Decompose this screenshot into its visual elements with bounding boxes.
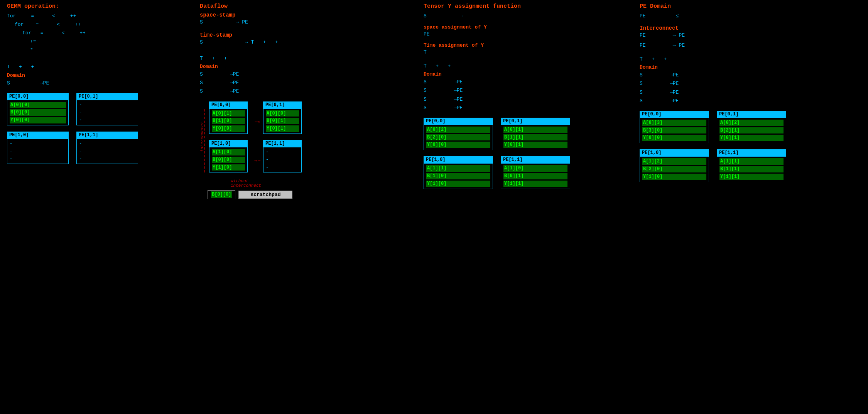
main-page: GEMM operation: for = < ++ for = < ++ fo…: [0, 0, 868, 414]
pe-row: -: [79, 102, 135, 108]
time-assign-label: Time assignment of Y: [424, 42, 633, 48]
pe-row: -: [79, 117, 135, 123]
pe-box-df-10: PE[1,0] A[1][0] B[0][0] Y[1][0]: [209, 140, 248, 172]
section-pe-domain: PE Domain PE ≤ Interconnect PE → PE PE →…: [637, 3, 853, 411]
pe-box-ty-11: PE[1,1] A[1][0] B[0][1] Y[1][1]: [501, 156, 570, 189]
pe-box-11: PE[1,1] - - -: [76, 132, 138, 164]
pe-row: -: [10, 156, 66, 162]
pe-row: -: [10, 148, 66, 155]
tensor-y-title: Tensor Y assignment function: [424, 3, 633, 10]
pe-row: Y[0][0]: [212, 125, 245, 132]
interconnect-row1: PE → PE: [640, 31, 849, 40]
scratchpad-item: B[0][0]: [211, 191, 232, 198]
pe-box-pd-01: PE[0,1] A[0][2] B[2][1] Y[0][1]: [717, 111, 786, 143]
pe-row: B[0][0]: [212, 157, 245, 163]
pe-box-00: PE[0,0] A[0][0] B[0][0] Y[0][0]: [7, 93, 69, 125]
pe-box-ty-10: PE[1,0] A[1][1] B[1][0] Y[1][0]: [424, 156, 493, 189]
tensor-y-row1: S →: [424, 12, 633, 20]
gemm-domain: T + + Domain S →PE: [7, 63, 194, 87]
pe-row: A[0][0]: [10, 102, 66, 108]
space-assign-pe: PE: [424, 30, 633, 39]
pe-row: A[0][1]: [212, 110, 245, 117]
pe-header-10: PE[1,0]: [7, 132, 69, 139]
pe-row: -: [79, 156, 135, 162]
interconnect-section-label: Interconnect: [640, 25, 849, 31]
pe-row: -: [79, 140, 135, 147]
pe-box-pd-10: PE[1,0] A[1][2] B[2][0] Y[1][0]: [640, 149, 709, 182]
pe-domain-row1: PE ≤: [640, 12, 849, 20]
pe-row: B[1][0]: [212, 118, 245, 124]
pe-box-10: PE[1,0] - - -: [7, 132, 69, 164]
pe-row: A[0][0]: [266, 110, 299, 117]
pe-row: B[0][1]: [266, 118, 299, 124]
scratchpad-row: B[0][0] scratchpad: [208, 190, 417, 199]
pe-box-df-00: PE[0,0] A[0][1] B[1][0] Y[0][0]: [209, 101, 248, 134]
time-assign-t: T: [424, 48, 633, 57]
scratchpad-section: withoutinterconnect B[0][0] scratchpad: [200, 179, 417, 199]
space-stamp-row: S → PE: [200, 18, 417, 27]
dataflow-title: Dataflow: [200, 3, 417, 10]
section-gemm: GEMM operation: for = < ++ for = < ++ fo…: [4, 3, 197, 411]
pe-row: Y[0][1]: [266, 125, 299, 132]
pe-box-df-11: PE[1,1] - - -: [263, 140, 302, 172]
interconnect-label: interconnect: [200, 122, 204, 152]
pe-domain-title: PE Domain: [640, 3, 849, 10]
dataflow-domain: T + + Domain S →PE S →PE S →PE: [200, 54, 417, 96]
pe-header-00: PE[0,0]: [7, 93, 69, 100]
pe-domain-pe-grid: PE[0,0] A[0][3] B[3][0] Y[0][0] PE[0,1] …: [640, 111, 786, 182]
pe-row: -: [79, 148, 135, 155]
pe-row: -: [266, 149, 299, 155]
section-tensor-y: Tensor Y assignment function S → space a…: [420, 3, 637, 411]
space-assign-label: space assignment of Y: [424, 24, 633, 30]
tensor-y-domain: T + + Domain S →PE S →PE S →PE S →PE: [424, 62, 633, 112]
left-arrow-bottom: ⟶ ⟵: [255, 159, 260, 163]
pe-box-ty-00: PE[0,0] A[0][2] B[2][0] Y[0][0]: [424, 118, 493, 150]
pe-row: Y[1][0]: [212, 164, 245, 171]
pe-box-pd-11: PE[1,1] A[1][1] B[1][1] Y[1][1]: [717, 149, 786, 182]
pe-box-pd-00: PE[0,0] A[0][3] B[3][0] Y[0][0]: [640, 111, 709, 143]
pe-row: -: [266, 164, 299, 171]
pe-box-df-01: PE[0,1] A[0][0] B[0][1] Y[0][1]: [263, 101, 302, 134]
pe-row: A[1][0]: [212, 149, 245, 155]
without-interconnect-label: withoutinterconnect: [231, 179, 417, 188]
scratchpad-label: scratchpad: [238, 191, 292, 199]
pe-box-01: PE[0,1] - - -: [76, 93, 138, 125]
tensor-y-pe-grid: PE[0,0] A[0][2] B[2][0] Y[0][0] PE[0,1] …: [424, 118, 570, 189]
gemm-pe-grid: PE[0,0] A[0][0] B[0][0] Y[0][0] PE[0,1] …: [7, 93, 138, 164]
right-arrow-top: ⟶: [255, 118, 260, 125]
pe-row: -: [79, 109, 135, 116]
pe-domain-domain: T + + Domain S →PE S →PE S →PE S →PE: [640, 55, 849, 105]
space-stamp-label: space-stamp: [200, 12, 417, 18]
pe-row: Y[0][0]: [10, 117, 66, 123]
pe-body-01: - - -: [76, 100, 138, 125]
pe-body-11: - - -: [76, 139, 138, 164]
dataflow-pe-section: interconnect PE[0,0] A[0][1] B[1][0] Y[0…: [200, 101, 417, 173]
pe-row: -: [266, 157, 299, 163]
time-stamp-label: time-stamp: [200, 32, 417, 38]
pe-body-10: - - -: [7, 139, 69, 164]
interconnect-row3: PE → PE: [640, 41, 849, 50]
pe-header-11: PE[1,1]: [76, 132, 138, 139]
pe-row: -: [10, 140, 66, 147]
pe-box-ty-01: PE[0,1] A[0][1] B[1][1] Y[0][1]: [501, 118, 570, 150]
section-dataflow: Dataflow space-stamp S → PE time-stamp S…: [197, 3, 420, 411]
pe-header-01: PE[0,1]: [76, 93, 138, 100]
pe-row: B[0][0]: [10, 109, 66, 116]
time-stamp-row: S → T + +: [200, 38, 417, 47]
pe-body-00: A[0][0] B[0][0] Y[0][0]: [7, 100, 69, 125]
gemm-code: for = < ++ for = < ++ for = < ++ += *: [7, 12, 194, 54]
gemm-title: GEMM operation:: [7, 3, 194, 10]
